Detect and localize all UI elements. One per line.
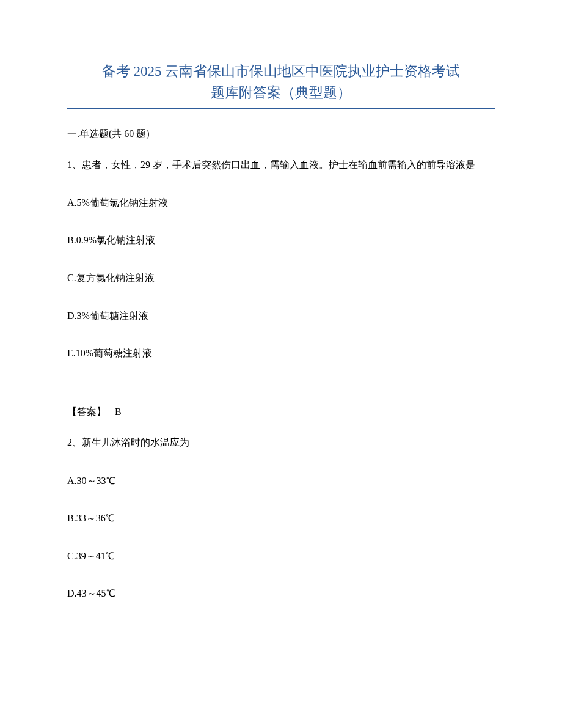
option-b: B.0.9%氯化钠注射液 (67, 232, 495, 248)
title-underline (67, 108, 495, 109)
option-e: E.10%葡萄糖注射液 (67, 345, 495, 361)
question-stem: 2、新生儿沐浴时的水温应为 (67, 434, 495, 450)
question-2: 2、新生儿沐浴时的水温应为 A.30～33℃ B.33～36℃ C.39～41℃… (67, 434, 495, 601)
option-d: D.43～45℃ (67, 586, 495, 601)
question-1: 1、患者，女性，29 岁，手术后突然伤口出血，需输入血液。护士在输血前需输入的前… (67, 156, 495, 420)
title-line-2: 题库附答案（典型题） (67, 83, 495, 104)
answer-line: 【答案】 B (67, 404, 495, 420)
option-d: D.3%葡萄糖注射液 (67, 308, 495, 324)
title-line-1: 备考 2025 云南省保山市保山地区中医院执业护士资格考试 (67, 61, 495, 83)
option-a: A.5%葡萄氯化钠注射液 (67, 195, 495, 211)
question-stem: 1、患者，女性，29 岁，手术后突然伤口出血，需输入血液。护士在输血前需输入的前… (67, 156, 495, 173)
document-title: 备考 2025 云南省保山市保山地区中医院执业护士资格考试 题库附答案（典型题） (67, 61, 495, 103)
answer-label: 【答案】 (67, 406, 106, 417)
section-header: 一.单选题(共 60 题) (67, 126, 495, 142)
option-c: C.复方氯化钠注射液 (67, 270, 495, 286)
option-b: B.33～36℃ (67, 510, 495, 526)
option-a: A.30～33℃ (67, 473, 495, 489)
option-c: C.39～41℃ (67, 548, 495, 564)
answer-value: B (115, 406, 122, 417)
